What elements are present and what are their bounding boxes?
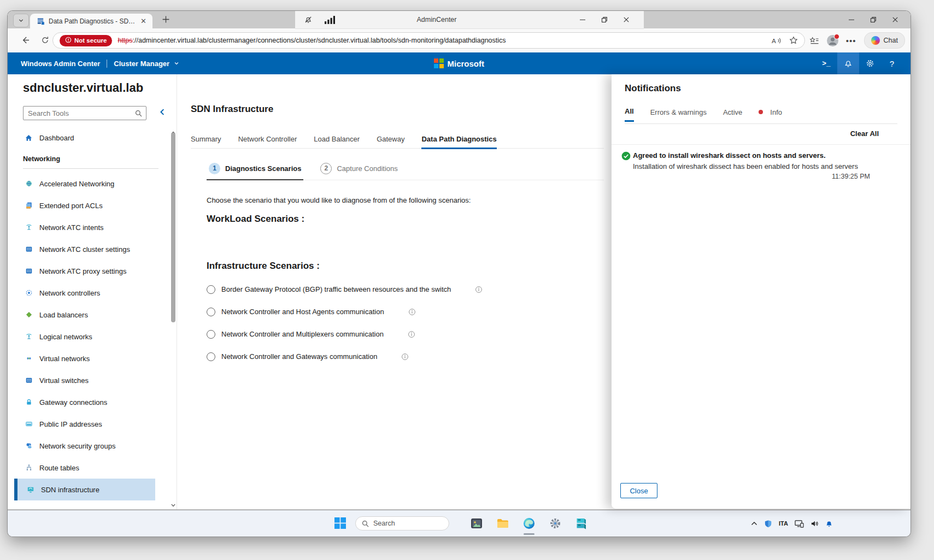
tab-summary[interactable]: Summary (191, 135, 221, 148)
sidebar-item-accelerated-networking[interactable]: Accelerated Networking (14, 173, 155, 194)
browser-menu-icon[interactable]: ••• (846, 36, 856, 45)
display-cast-icon[interactable] (795, 520, 804, 528)
scenario-radio[interactable] (207, 308, 215, 316)
wizard-step-diagnostics-scenarios[interactable]: 1Diagnostics Scenarios (207, 157, 303, 180)
clear-all-button[interactable]: Clear All (850, 129, 879, 138)
product-title[interactable]: Windows Admin Center (21, 60, 100, 68)
taskbar-app-server-manager[interactable] (575, 517, 588, 530)
vm-window-title: AdminCenter (295, 16, 578, 23)
sidebar-item-logical-networks[interactable]: Logical networks (14, 326, 155, 347)
sidebar-item-route-tables[interactable]: Route tables (14, 457, 155, 479)
solution-title[interactable]: Cluster Manager (114, 60, 169, 68)
documents-icon (25, 202, 33, 209)
chevron-up-icon[interactable] (751, 521, 757, 526)
volume-icon[interactable] (810, 520, 819, 527)
refresh-icon (41, 36, 49, 46)
sidebar-item-label: Network ATC intents (39, 223, 104, 232)
taskbar-app-pictures[interactable] (470, 517, 483, 530)
notification-timestamp: 11:39:25 PM (832, 173, 870, 180)
sidebar-item-network-atc-intents[interactable]: Network ATC intents (14, 216, 155, 238)
read-aloud-icon[interactable]: A (771, 37, 782, 45)
not-secure-badge[interactable]: Not secure (60, 35, 112, 46)
tools-search-box[interactable] (23, 106, 146, 120)
powershell-icon[interactable]: >_ (815, 52, 837, 74)
chevron-down-icon[interactable] (174, 61, 179, 66)
notifications-tab-all[interactable]: All (625, 107, 634, 122)
notifications-tab-errors-warnings[interactable]: Errors & warnings (650, 107, 707, 122)
notifications-bell-icon[interactable] (837, 52, 859, 74)
sidebar-item-gateway-connections[interactable]: Gateway connections (14, 391, 155, 413)
info-icon[interactable] (475, 286, 483, 293)
notifications-tab-info[interactable]: Info (759, 107, 782, 122)
notifications-tab-active[interactable]: Active (723, 107, 742, 122)
scenario-radio[interactable] (207, 330, 215, 339)
help-icon[interactable]: ? (881, 52, 903, 74)
sidebar-item-network-security-groups[interactable]: Network security groups (14, 435, 155, 457)
tab-load-balancer[interactable]: Load Balancer (314, 135, 360, 148)
search-input[interactable] (24, 109, 135, 117)
sidebar-item-dashboard[interactable]: Dashboard (14, 127, 155, 149)
sidebar-item-virtual-networks[interactable]: Virtual networks (14, 347, 155, 369)
sidebar-item-network-controllers[interactable]: Network controllers (14, 282, 155, 304)
vm-restore-button[interactable] (594, 11, 615, 28)
red-dot-badge (759, 110, 763, 114)
scroll-down-icon[interactable] (171, 499, 175, 509)
wizard-step-capture-conditions[interactable]: 2Capture Conditions (318, 157, 400, 179)
profile-avatar[interactable] (827, 35, 838, 46)
copilot-chat-button[interactable]: Chat (864, 32, 905, 49)
window-close-button[interactable] (884, 11, 906, 28)
vm-connection-title-bar: AdminCenter (295, 11, 644, 29)
taskbar-app-file-explorer[interactable] (496, 517, 509, 530)
sidebar-content-divider (177, 74, 177, 510)
sidebar-item-network-atc-proxy-settings[interactable]: Network ATC proxy settings (14, 260, 155, 282)
sidebar-item-label: Extended port ACLs (39, 202, 103, 210)
security-shield-icon[interactable] (764, 520, 772, 528)
tab-data-path-diagnostics[interactable]: Data Path Diagnostics (421, 135, 496, 149)
info-icon[interactable] (408, 331, 415, 338)
sidebar-scrollbar[interactable] (171, 74, 176, 510)
scrollbar-thumb[interactable] (171, 133, 175, 322)
info-icon[interactable] (408, 308, 416, 316)
header-divider (107, 60, 107, 68)
scenario-radio[interactable] (207, 352, 215, 361)
app-server-icon (575, 517, 588, 530)
notification-title: Agreed to install wireshark dissect on h… (633, 151, 826, 160)
notifications-panel: Notifications AllErrors & warningsActive… (612, 74, 910, 509)
vm-minimize-button[interactable] (572, 11, 594, 28)
address-bar[interactable]: Not secure https://admincenter.virtual.l… (52, 32, 805, 49)
sidebar-item-network-atc-cluster-settings[interactable]: Network ATC cluster settings (14, 238, 155, 260)
favorite-star-icon[interactable] (789, 36, 798, 45)
refresh-button[interactable] (39, 36, 50, 46)
notifications-tab-label: Active (723, 108, 742, 116)
sidebar-item-load-balancers[interactable]: Load balancers (14, 304, 155, 326)
tab-search-dropdown-button[interactable] (13, 14, 29, 27)
notifications-tab-bar: AllErrors & warningsActiveInfo (625, 107, 782, 122)
scenario-radio[interactable] (207, 285, 215, 294)
sidebar-item-public-ip-addresses[interactable]: Public IP addresses (14, 413, 155, 435)
info-icon[interactable] (401, 353, 409, 361)
close-panel-button[interactable]: Close (620, 483, 657, 498)
sidebar-item-virtual-switches[interactable]: Virtual switches (14, 369, 155, 391)
tab-close-icon[interactable]: ✕ (139, 17, 148, 25)
sidebar-collapse-button[interactable] (156, 107, 168, 119)
sidebar-item-sdn-infrastructure[interactable]: SDN infrastructure (14, 479, 155, 500)
tab-network-controller[interactable]: Network Controller (238, 135, 297, 148)
monitor-icon (26, 486, 34, 493)
start-button[interactable] (334, 517, 346, 531)
taskbar-app-edge[interactable] (522, 517, 536, 530)
tab-gateway[interactable]: Gateway (377, 135, 404, 148)
browser-tab-active[interactable]: Data Path Diagnostics - SDN infra ✕ (30, 14, 152, 28)
sidebar-item-extended-port-acls[interactable]: Extended port ACLs (14, 194, 155, 216)
back-button[interactable] (20, 36, 31, 46)
notification-bell-icon[interactable] (825, 520, 833, 527)
window-restore-button[interactable] (862, 11, 884, 28)
taskbar-app-management-tools[interactable] (549, 517, 562, 530)
notification-item[interactable]: Agreed to install wireshark dissect on h… (612, 150, 910, 186)
favorites-bar-icon[interactable] (809, 37, 819, 45)
language-indicator[interactable]: ITA (779, 520, 788, 527)
settings-gear-icon[interactable] (859, 52, 881, 74)
new-tab-button[interactable] (161, 15, 171, 25)
window-minimize-button[interactable] (841, 11, 862, 28)
vm-close-button[interactable] (615, 11, 637, 28)
taskbar-search-box[interactable]: Search (355, 516, 449, 530)
